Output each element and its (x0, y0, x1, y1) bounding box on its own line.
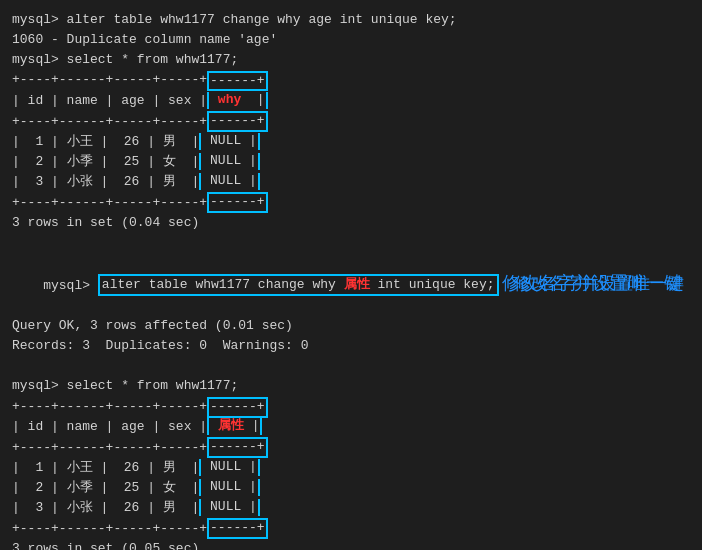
table1-row3: | 3 | 小张 | 26 | 男 | NULL | (12, 172, 268, 192)
line-3: mysql> select * from whw1177; (12, 50, 690, 70)
prompt-1: mysql> alter table whw1177 change why ag… (12, 12, 457, 27)
table1-row1: | 1 | 小王 | 26 | 男 | NULL | (12, 132, 268, 152)
blank-2 (12, 356, 690, 376)
line-1: mysql> alter table whw1177 change why ag… (12, 10, 690, 30)
prompt-3: mysql> select * from whw1177; (12, 52, 238, 67)
cmd-highlight-box: alter table whw1177 change why 属性 int un… (98, 274, 499, 296)
table1: +----+------+-----+-----+------+ | id | … (12, 70, 268, 213)
annotation-overlay: 修改名字并设置唯一键 (514, 272, 684, 295)
error-msg: 1060 - Duplicate column name 'age' (12, 32, 277, 47)
table2-header: | id | name | age | sex | 属性 | (12, 417, 268, 437)
table2-sep-bot: +----+------+-----+-----+------+ (12, 518, 268, 539)
table1-sep-top: +----+------+-----+-----+------+ (12, 70, 268, 90)
table1-sep-bot: +----+------+-----+-----+------+ (12, 192, 268, 213)
table2-row3: | 3 | 小张 | 26 | 男 | NULL | (12, 498, 268, 518)
prompt-cmd: mysql> (43, 277, 98, 292)
query-ok: Query OK, 3 rows affected (0.01 sec) (12, 316, 690, 336)
table1-row2: | 2 | 小季 | 25 | 女 | NULL | (12, 152, 268, 172)
table1-sep-mid: +----+------+-----+-----+------+ (12, 111, 268, 132)
table2-sep-mid: +----+------+-----+-----+------+ (12, 437, 268, 458)
table2-row2: | 2 | 小季 | 25 | 女 | NULL | (12, 478, 268, 498)
rows-info-1: 3 rows in set (0.04 sec) (12, 213, 690, 233)
table1-header: | id | name | age | sex | why | (12, 91, 268, 111)
blank-1 (12, 233, 690, 253)
line-2: 1060 - Duplicate column name 'age' (12, 30, 690, 50)
table2: +----+------+-----+-----+------+ | id | … (12, 397, 268, 540)
line-select2: mysql> select * from whw1177; (12, 376, 690, 396)
table2-sep-top: +----+------+-----+-----+------+ (12, 397, 268, 417)
rows-info-2: 3 rows in set (0.05 sec) (12, 539, 690, 550)
records-info: Records: 3 Duplicates: 0 Warnings: 0 (12, 336, 690, 356)
table2-row1: | 1 | 小王 | 26 | 男 | NULL | (12, 458, 268, 478)
